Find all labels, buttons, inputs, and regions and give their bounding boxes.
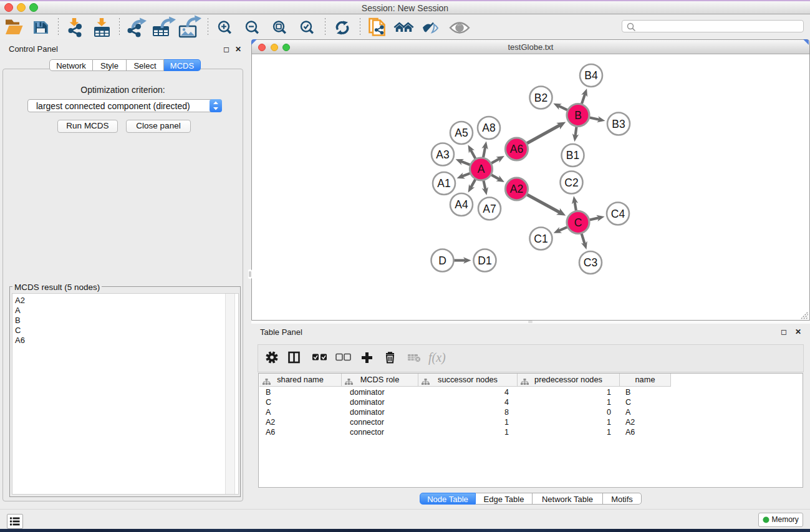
svg-text:C2: C2 xyxy=(564,177,578,189)
svg-text:A6: A6 xyxy=(510,143,523,155)
svg-text:A8: A8 xyxy=(482,122,495,134)
svg-text:C4: C4 xyxy=(611,208,625,220)
svg-text:A7: A7 xyxy=(483,203,496,215)
svg-text:B4: B4 xyxy=(584,69,598,82)
svg-text:A3: A3 xyxy=(436,148,449,161)
svg-text:A4: A4 xyxy=(455,198,468,211)
svg-text:B3: B3 xyxy=(612,118,625,130)
svg-text:B: B xyxy=(574,109,582,122)
svg-text:B2: B2 xyxy=(534,92,547,104)
svg-text:A1: A1 xyxy=(437,177,450,190)
svg-text:B1: B1 xyxy=(566,149,579,162)
svg-text:C1: C1 xyxy=(534,233,547,245)
svg-text:C3: C3 xyxy=(584,256,597,269)
svg-text:A: A xyxy=(478,163,485,175)
svg-text:A5: A5 xyxy=(455,127,468,139)
svg-text:C: C xyxy=(574,216,582,229)
svg-text:f(x): f(x) xyxy=(428,351,446,365)
svg-text:D: D xyxy=(438,254,446,267)
svg-text:A2: A2 xyxy=(510,183,523,195)
svg-text:D1: D1 xyxy=(478,254,491,267)
